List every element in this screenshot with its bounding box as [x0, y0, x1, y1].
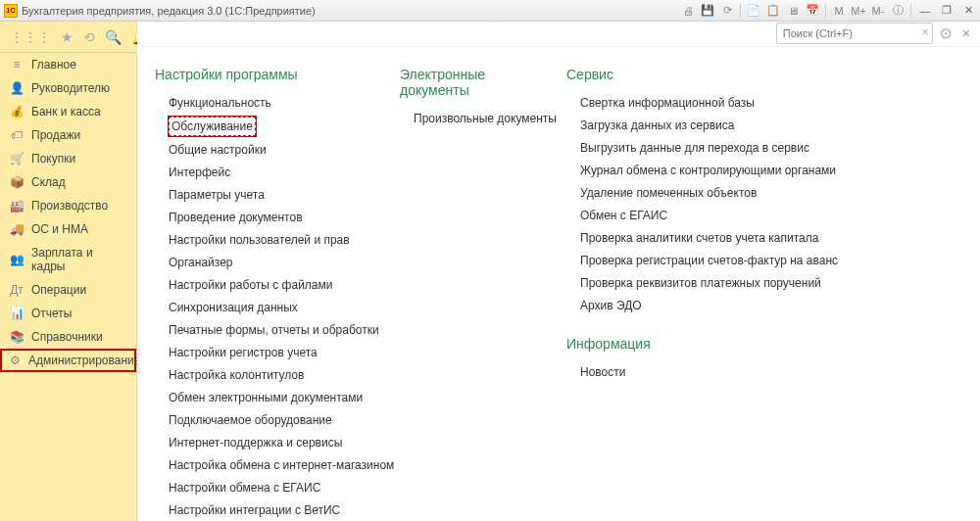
link-item[interactable]: Органайзер: [169, 254, 370, 271]
sidebar-item[interactable]: 🛒Покупки: [0, 147, 136, 170]
sidebar-item[interactable]: 👥Зарплата и кадры: [0, 241, 136, 278]
link-list-edocs: Произвольные документы: [400, 110, 537, 127]
sidebar-item-label: Банк и касса: [31, 105, 101, 118]
link-item[interactable]: Настройки обмена с ЕГАИС: [169, 479, 370, 497]
minimize-button[interactable]: —: [917, 4, 933, 18]
sidebar-item-label: Руководителю: [31, 81, 110, 95]
link-item[interactable]: Проверка реквизитов платежных поручений: [580, 274, 821, 292]
sidebar-item-label: Главное: [31, 58, 76, 71]
link-item[interactable]: Новости: [580, 363, 821, 381]
sidebar-item[interactable]: 💰Банк и касса: [0, 100, 136, 123]
print-icon[interactable]: 🖨: [681, 4, 695, 18]
column-service: Сервис Свертка информационной базыЗагруз…: [566, 67, 821, 501]
link-item[interactable]: Общие настройки: [169, 141, 370, 159]
sidebar-list: ≡Главное👤Руководителю💰Банк и касса🏷Прода…: [0, 53, 136, 372]
save-icon[interactable]: 💾: [701, 4, 714, 18]
sidebar-item-label: Склад: [31, 175, 66, 189]
link-item[interactable]: Настройки регистров учета: [169, 344, 370, 361]
link-item[interactable]: Свертка информационной базы: [580, 94, 821, 112]
info-icon[interactable]: ⓘ: [891, 4, 905, 18]
link-item[interactable]: Удаление помеченных объектов: [580, 184, 821, 202]
link-item[interactable]: Подключаемое оборудование: [169, 411, 370, 429]
link-item[interactable]: Проверка аналитики счетов учета капитала: [580, 229, 821, 247]
doc-icon[interactable]: 📄: [747, 4, 760, 18]
link-item[interactable]: Настройки пользователей и прав: [169, 231, 370, 249]
clipboard-icon[interactable]: 📋: [766, 4, 780, 18]
search-clear-icon[interactable]: ×: [922, 25, 929, 39]
link-item[interactable]: Интерфейс: [169, 164, 370, 181]
sidebar-item-icon: ≡: [10, 58, 24, 71]
refresh-icon[interactable]: ⟳: [720, 4, 734, 18]
sidebar-item-label: Администрирование: [28, 354, 140, 367]
sidebar-item[interactable]: 📦Склад: [0, 170, 136, 194]
m-plus-label[interactable]: M+: [852, 4, 865, 18]
section-title-info: Информация: [566, 336, 821, 352]
sidebar-item-label: ОС и НМА: [31, 222, 88, 236]
link-item[interactable]: Обслуживание: [169, 117, 256, 136]
sidebar-item-icon: 💰: [10, 105, 24, 118]
link-item[interactable]: Произвольные документы: [414, 110, 537, 127]
close-panel-icon[interactable]: ×: [962, 25, 970, 41]
sidebar-item-icon: 📦: [10, 175, 24, 189]
main-panel: × ⚙ × Настройки программы Функциональнос…: [137, 22, 980, 521]
sidebar-item-label: Отчеты: [31, 307, 72, 320]
maximize-button[interactable]: ❐: [939, 4, 955, 18]
link-item[interactable]: Архив ЭДО: [580, 297, 821, 314]
link-item[interactable]: Выгрузить данные для перехода в сервис: [580, 139, 821, 157]
column-settings: Настройки программы ФункциональностьОбсл…: [155, 67, 370, 501]
link-list-settings: ФункциональностьОбслуживаниеОбщие настро…: [155, 94, 370, 521]
link-item[interactable]: Интернет-поддержка и сервисы: [169, 434, 370, 451]
link-item[interactable]: Функциональность: [169, 94, 370, 112]
favorite-icon[interactable]: ★: [61, 29, 74, 45]
sidebar-item[interactable]: 📚Справочники: [0, 325, 136, 349]
sidebar-item[interactable]: 👤Руководителю: [0, 76, 136, 100]
apps-icon[interactable]: ⋮⋮⋮: [10, 29, 51, 45]
sidebar-item-label: Производство: [31, 199, 108, 213]
m-minus-label[interactable]: M-: [871, 4, 885, 18]
link-list-info: Новости: [566, 363, 821, 381]
link-item[interactable]: Настройки интеграции с ВетИС: [169, 501, 370, 519]
gear-icon[interactable]: ⚙: [939, 24, 953, 43]
sidebar-item-label: Зарплата и кадры: [31, 246, 126, 273]
link-item[interactable]: Загрузка данных из сервиса: [580, 117, 821, 134]
sidebar-item-icon: 📚: [10, 330, 24, 344]
search-box: ×: [776, 23, 933, 44]
section-title-edocs: Электронные документы: [400, 67, 537, 98]
main-body: Настройки программы ФункциональностьОбсл…: [137, 47, 980, 521]
sidebar-item[interactable]: ≡Главное: [0, 53, 136, 76]
sidebar-item[interactable]: 🏭Производство: [0, 194, 136, 217]
divider: [910, 4, 911, 18]
sidebar-item[interactable]: 🏷Продажи: [0, 123, 136, 147]
m-label[interactable]: M: [832, 4, 846, 18]
link-item[interactable]: Настройка обмена с интернет-магазином: [169, 456, 370, 474]
window-title: Бухгалтерия предприятия, редакция 3.0 (1…: [22, 5, 681, 17]
sidebar-item-label: Операции: [31, 283, 86, 297]
titlebar: 1C Бухгалтерия предприятия, редакция 3.0…: [0, 0, 980, 22]
search-icon[interactable]: 🔍: [105, 29, 122, 45]
content-area: ⋮⋮⋮ ★ ⟲ 🔍 🔔 ≡Главное👤Руководителю💰Банк и…: [0, 22, 980, 521]
link-item[interactable]: Проведение документов: [169, 209, 370, 226]
sidebar-item[interactable]: ⚙Администрирование: [0, 349, 136, 372]
link-item[interactable]: Обмен с ЕГАИС: [580, 207, 821, 224]
history-icon[interactable]: ⟲: [83, 29, 95, 45]
link-item[interactable]: Печатные формы, отчеты и обработки: [169, 321, 370, 339]
link-item[interactable]: Проверка регистрации счетов-фактур на ав…: [580, 252, 821, 269]
calendar-icon[interactable]: 📅: [806, 4, 819, 18]
close-window-button[interactable]: ✕: [960, 4, 976, 18]
sidebar-item[interactable]: 📊Отчеты: [0, 302, 136, 325]
calc-icon[interactable]: 🖥: [786, 4, 800, 18]
link-item[interactable]: Параметры учета: [169, 186, 370, 204]
sidebar-top-toolbar: ⋮⋮⋮ ★ ⟲ 🔍 🔔: [0, 22, 136, 53]
app-icon: 1C: [4, 4, 18, 18]
search-input[interactable]: [776, 23, 933, 44]
section-title-settings: Настройки программы: [155, 67, 370, 82]
sidebar-item[interactable]: 🚚ОС и НМА: [0, 217, 136, 241]
sidebar-item[interactable]: ДтОперации: [0, 278, 136, 302]
link-item[interactable]: Обмен электронными документами: [169, 389, 370, 406]
link-item[interactable]: Настройка колонтитулов: [169, 366, 370, 384]
link-item[interactable]: Синхронизация данных: [169, 299, 370, 316]
sidebar-item-label: Справочники: [31, 330, 103, 344]
link-item[interactable]: Настройки работы с файлами: [169, 276, 370, 294]
sidebar-item-icon: ⚙: [10, 354, 21, 367]
link-item[interactable]: Журнал обмена с контролирующими органами: [580, 162, 821, 179]
